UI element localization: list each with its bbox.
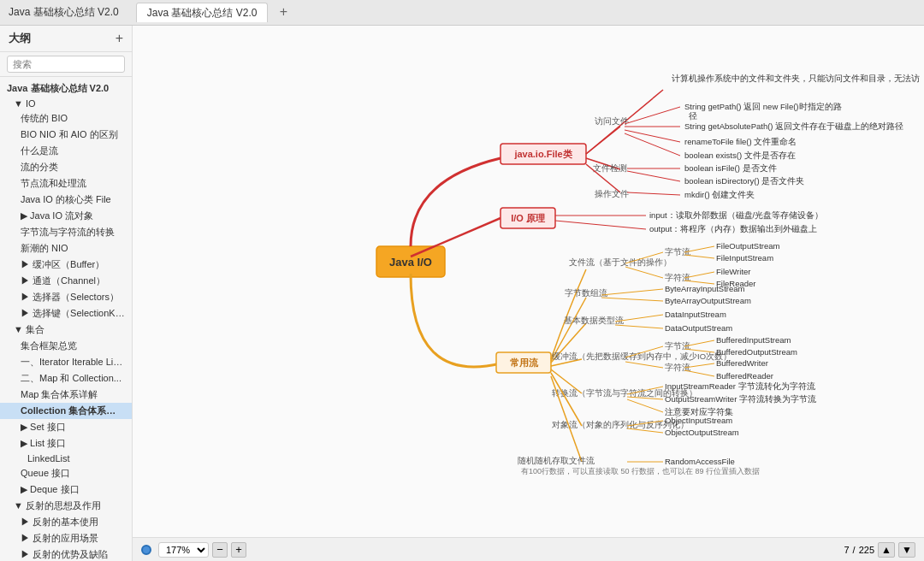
svg-text:boolean isDirectory()  是否文件夹: boolean isDirectory() 是否文件夹	[684, 176, 804, 186]
svg-text:常用流: 常用流	[510, 357, 539, 368]
sidebar-item-char-conv[interactable]: 字节流与字符流的转换	[0, 224, 132, 240]
svg-text:有100行数据，可以直接读取 50 行数据，也可以在 89 : 有100行数据，可以直接读取 50 行数据，也可以在 89 行位置插入数据	[521, 467, 760, 475]
sidebar-add-button[interactable]: +	[116, 31, 123, 46]
svg-text:java.io.File类: java.io.File类	[513, 149, 572, 159]
svg-text:String getPath()  返回 new File(: String getPath() 返回 new File()时指定的路	[684, 102, 842, 111]
sidebar-item-linkedlist[interactable]: LinkedList	[0, 452, 132, 465]
page-separator: /	[853, 545, 856, 555]
svg-text:boolean isFile()  是否文件: boolean isFile() 是否文件	[684, 163, 777, 173]
sidebar-item-reflect-apply[interactable]: ▶ 反射的应用场景	[0, 530, 132, 546]
svg-text:文件检测: 文件检测	[593, 163, 627, 173]
svg-text:ByteArrayInputStream: ByteArrayInputStream	[665, 284, 745, 293]
sidebar-item-reflect[interactable]: ▼ 反射的思想及作用	[0, 498, 132, 514]
sidebar-item-set[interactable]: ▶ Set 接口	[0, 419, 132, 435]
sidebar-header: 大纲 +	[0, 26, 132, 52]
sidebar-item-collection[interactable]: ▼ 集合	[0, 322, 132, 338]
main-layout: 大纲 + Java 基础核心总结 V2.0▼ IO传统的 BIOBIO NIO …	[0, 26, 924, 561]
sidebar-item-queue[interactable]: Queue 接口	[0, 465, 132, 481]
sidebar-item-node-stream[interactable]: 节点流和处理流	[0, 175, 132, 192]
svg-text:ByteArrayOutputStream: ByteArrayOutputStream	[665, 296, 751, 305]
svg-text:基本数据类型流: 基本数据类型流	[564, 316, 624, 325]
content-area: Java I/O java.io.File类 计算机操作系统中的文件和文件夹，只…	[133, 26, 924, 561]
svg-text:renameToFile file()  文件重命名: renameToFile file() 文件重命名	[684, 137, 797, 146]
sidebar-item-nio[interactable]: 新潮的 NIO	[0, 240, 132, 257]
svg-text:InputStreamReader 字节流转化为字符流: InputStreamReader 字节流转化为字符流	[665, 381, 815, 391]
svg-text:计算机操作系统中的文件和文件夹，只能访问文件和目录，无法访问: 计算机操作系统中的文件和文件夹，只能访问文件和目录，无法访问内容	[672, 74, 920, 83]
search-input[interactable]	[7, 56, 125, 73]
svg-text:Java I/O: Java I/O	[389, 256, 432, 269]
page-navigation: 7 / 225 ▲ ▼	[844, 542, 915, 558]
current-page: 7	[844, 545, 849, 555]
svg-text:output：将程序（内存）数据输出到外磁盘上: output：将程序（内存）数据输出到外磁盘上	[649, 224, 817, 233]
sidebar-item-buffer[interactable]: ▶ 缓冲区（Buffer）	[0, 257, 132, 273]
add-tab-button[interactable]: +	[275, 4, 293, 20]
sidebar-item-map-collection[interactable]: 二、Map 和 Collection...	[0, 370, 132, 387]
page-up-button[interactable]: ▲	[878, 542, 895, 558]
zoom-select[interactable]: 177% 100% 150% 200%	[158, 542, 209, 558]
sidebar-item-bio[interactable]: 传统的 BIO	[0, 110, 132, 127]
svg-text:文件流（基于文件的操作）: 文件流（基于文件的操作）	[569, 257, 672, 267]
page-dot	[141, 545, 151, 555]
svg-text:随机随机存取文件流: 随机随机存取文件流	[518, 456, 595, 465]
sidebar-title: 大纲	[9, 31, 31, 46]
svg-text:BufferedReader: BufferedReader	[716, 371, 773, 381]
total-pages: 225	[859, 545, 874, 555]
search-box	[0, 52, 132, 77]
svg-text:ObjectOutputStream: ObjectOutputStream	[665, 428, 739, 437]
svg-text:String getAbsolutePath()  返回文件: String getAbsolutePath() 返回文件存在于磁盘上的绝对路径	[684, 121, 903, 131]
sidebar-item-io-stream[interactable]: ▶ Java IO 流对象	[0, 208, 132, 224]
sidebar-item-selection-key[interactable]: ▶ 选择键（SelectionKey）	[0, 305, 132, 322]
app-title: Java 基础核心总结 V2.0	[9, 5, 119, 20]
canvas-area[interactable]: Java I/O java.io.File类 计算机操作系统中的文件和文件夹，只…	[133, 26, 924, 537]
mindmap-container: Java I/O java.io.File类 计算机操作系统中的文件和文件夹，只…	[133, 26, 924, 537]
svg-text:访问文件: 访问文件	[595, 116, 629, 126]
sidebar-item-io[interactable]: ▼ IO	[0, 97, 132, 110]
svg-text:字节数组流: 字节数组流	[565, 288, 607, 298]
svg-text:BufferedInputStream: BufferedInputStream	[716, 335, 791, 345]
sidebar-item-reflect-basic[interactable]: ▶ 反射的基本使用	[0, 514, 132, 530]
sidebar-item-file-class[interactable]: Java IO 的核心类 File	[0, 192, 132, 208]
zoom-plus-button[interactable]: +	[231, 542, 246, 558]
svg-text:boolean exists()  文件是否存在: boolean exists() 文件是否存在	[684, 151, 796, 160]
sidebar-item-bio-nio[interactable]: BIO NIO 和 AIO 的区别	[0, 127, 132, 143]
sidebar-item-collection-overview[interactable]: 集合框架总览	[0, 338, 132, 354]
svg-text:操作文件: 操作文件	[595, 189, 629, 198]
svg-text:DataOutputStream: DataOutputStream	[665, 323, 732, 333]
svg-text:input：读取外部数据（磁盘/光盘等存储设备）: input：读取外部数据（磁盘/光盘等存储设备）	[649, 210, 823, 220]
app: Java 基础核心总结 V2.0 Java 基础核心总结 V2.0 + 大纲 +…	[0, 0, 924, 561]
sidebar-item-list[interactable]: ▶ List 接口	[0, 435, 132, 452]
bottom-bar: 177% 100% 150% 200% − + 7 / 225 ▲ ▼	[133, 537, 924, 561]
sidebar-item-deque[interactable]: ▶ Deque 接口	[0, 481, 132, 498]
sidebar-item-selectors[interactable]: ▶ 选择器（Selectors）	[0, 289, 132, 305]
page-indicator	[141, 545, 151, 555]
svg-text:ObjectInputStream: ObjectInputStream	[665, 416, 732, 425]
svg-text:mkdir()  创建文件夹: mkdir() 创建文件夹	[684, 190, 755, 199]
svg-text:径: 径	[689, 111, 697, 121]
sidebar-tree: Java 基础核心总结 V2.0▼ IO传统的 BIOBIO NIO 和 AIO…	[0, 77, 132, 561]
sidebar-item-map-detail[interactable]: Map 集合体系详解	[0, 387, 132, 403]
sidebar-item-reflect-pros[interactable]: ▶ 反射的优势及缺陷	[0, 546, 132, 561]
svg-text:BufferedWriter: BufferedWriter	[716, 358, 768, 368]
sidebar-item-root[interactable]: Java 基础核心总结 V2.0	[0, 80, 132, 97]
sidebar: 大纲 + Java 基础核心总结 V2.0▼ IO传统的 BIOBIO NIO …	[0, 26, 133, 561]
zoom-minus-button[interactable]: −	[212, 542, 228, 558]
page-down-button[interactable]: ▼	[898, 542, 915, 558]
svg-text:DataInputStream: DataInputStream	[665, 310, 726, 319]
svg-text:FileInputStream: FileInputStream	[716, 253, 773, 263]
zoom-control: 177% 100% 150% 200% − +	[158, 542, 246, 558]
svg-text:OutputStreamWriter 字符流转换为字节流: OutputStreamWriter 字符流转换为字节流	[665, 394, 816, 404]
svg-text:BufferedOutputStream: BufferedOutputStream	[716, 347, 797, 357]
sidebar-item-collection-detail[interactable]: Collection 集合体系详解	[0, 403, 132, 419]
sidebar-item-channel[interactable]: ▶ 通道（Channel）	[0, 273, 132, 289]
title-bar: Java 基础核心总结 V2.0 Java 基础核心总结 V2.0 +	[0, 0, 924, 26]
sidebar-item-stream[interactable]: 什么是流	[0, 143, 132, 159]
svg-text:FileOutputStream: FileOutputStream	[716, 241, 780, 251]
active-tab[interactable]: Java 基础核心总结 V2.0	[136, 3, 269, 22]
sidebar-item-iterator[interactable]: 一、Iterator Iterable Lis...	[0, 354, 132, 370]
svg-text:RandomAccessFile: RandomAccessFile	[665, 457, 735, 466]
mindmap-svg: Java I/O java.io.File类 计算机操作系统中的文件和文件夹，只…	[133, 26, 920, 535]
svg-text:I/O 原理: I/O 原理	[511, 213, 546, 223]
svg-text:FileWriter: FileWriter	[716, 267, 750, 276]
sidebar-item-stream-types[interactable]: 流的分类	[0, 159, 132, 175]
